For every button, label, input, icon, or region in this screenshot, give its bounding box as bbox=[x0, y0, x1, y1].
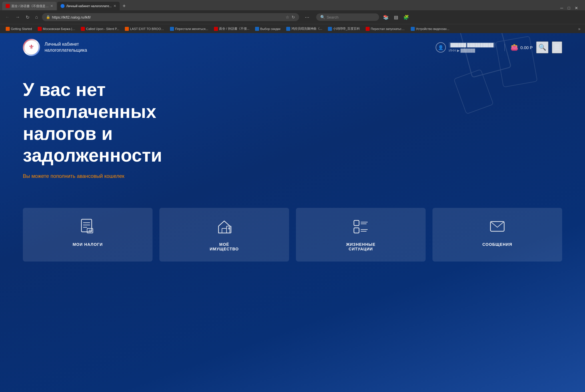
close-window-button[interactable]: ✕ bbox=[575, 6, 578, 10]
header-user-area: 👤 ██████ ██████████ ИНН ▶ ██████ 👛 0.00 … bbox=[436, 41, 562, 53]
maximize-button[interactable]: □ bbox=[568, 6, 570, 10]
search-input[interactable] bbox=[327, 15, 372, 19]
user-name: ██████ ██████████ bbox=[449, 42, 495, 48]
svg-text:⚜: ⚜ bbox=[29, 43, 34, 51]
browser-tabs: 面全 / 孙语書《不僅僅是… ✕ Личный кабинет налогопл… bbox=[0, 0, 585, 10]
tab-title-nalog: Личный кабинет налогоплате... bbox=[66, 4, 112, 8]
bookmark-favicon-7 bbox=[255, 27, 259, 31]
bookmark-label-1: Getting Started bbox=[11, 27, 32, 31]
website-content: ⚜ Личный кабинет налогоплательщика 👤 ███… bbox=[0, 33, 585, 392]
forward-button[interactable]: → bbox=[14, 13, 22, 21]
bookmark-label-8: 鸿控员唱洗脑神曲《... bbox=[291, 27, 322, 31]
card-messages[interactable]: СООБЩЕНИЯ bbox=[432, 208, 562, 262]
tab-favicon-nalog bbox=[61, 4, 65, 8]
bookmark-favicon-6 bbox=[214, 27, 218, 31]
sidebar-icon[interactable]: ▤ bbox=[393, 13, 399, 21]
bookmark-getting-started[interactable]: Getting Started bbox=[3, 26, 34, 31]
property-icon bbox=[216, 218, 233, 236]
user-name-block: ██████ ██████████ ИНН ▶ ██████ bbox=[449, 42, 495, 53]
tab-youtube[interactable]: 面全 / 孙语書《不僅僅是… ✕ bbox=[2, 2, 57, 10]
browser-toolbar-right: 🔍 📚 ▤ 🧩 bbox=[316, 13, 410, 21]
bookmark-label-3: Called Upon - Silent P... bbox=[86, 27, 119, 31]
taxes-icon bbox=[79, 218, 96, 236]
tab-favicon-youtube bbox=[6, 4, 10, 8]
header-wallet[interactable]: 👛 0.00 Р bbox=[504, 44, 533, 51]
bookmark-10[interactable]: Перестал запускаться... bbox=[363, 26, 407, 31]
bookmark-favicon-4 bbox=[125, 27, 129, 31]
svg-rect-15 bbox=[354, 220, 359, 226]
address-bar[interactable]: 🔒 https://lkfl2.nalog.ru/lkfl/ ☆ ↻ bbox=[42, 13, 299, 21]
card-property-label-line1: МОЁ bbox=[219, 242, 229, 247]
user-inn: ИНН ▶ ██████ bbox=[449, 49, 495, 53]
bookmark-favicon-11 bbox=[411, 27, 415, 31]
back-button[interactable]: ← bbox=[3, 13, 11, 21]
bookmark-star-icon[interactable]: ☆ bbox=[286, 15, 289, 19]
header-menu-button[interactable]: ☰ bbox=[552, 41, 562, 53]
bookmark-favicon-8 bbox=[286, 27, 290, 31]
browser-addressbar: ← → ↻ ⌂ 🔒 https://lkfl2.nalog.ru/lkfl/ ☆… bbox=[0, 10, 585, 24]
bookmarks-more-button[interactable]: » bbox=[577, 26, 582, 32]
extensions-icon[interactable]: ⋯ bbox=[304, 13, 310, 21]
header-search-button[interactable]: 🔍 bbox=[536, 41, 548, 53]
bookmark-5[interactable]: Перестали меняться... bbox=[168, 26, 211, 31]
bookmark-8[interactable]: 鸿控员唱洗脑神曲《... bbox=[284, 26, 324, 31]
card-property-label-line2: ИМУЩЕСТВО bbox=[210, 247, 239, 251]
user-info: 👤 ██████ ██████████ ИНН ▶ ██████ bbox=[436, 42, 495, 53]
bookmark-9[interactable]: 小鸡哔哔_百度百科 bbox=[326, 26, 362, 31]
wallet-amount: 0.00 Р bbox=[520, 45, 533, 50]
tab-nalog[interactable]: Личный кабинет налогоплате... ✕ bbox=[57, 2, 120, 10]
bookmark-label-9: 小鸡哔哔_百度百科 bbox=[333, 27, 360, 31]
bookmark-label-6: 面全 / 孙語書《不僅... bbox=[219, 27, 249, 31]
bookmark-favicon-1 bbox=[6, 27, 10, 31]
bookmarks-bar: Getting Started Московская Биржа |… Call… bbox=[0, 24, 585, 33]
bookmark-6[interactable]: 面全 / 孙語書《不僅... bbox=[212, 26, 252, 31]
logo-line2: налогоплательщика bbox=[45, 47, 87, 53]
reload-icon[interactable]: ↻ bbox=[292, 15, 295, 19]
hero-section: У вас нет неоплаченных налогов и задолже… bbox=[0, 62, 585, 191]
browser-chrome: 面全 / 孙语書《不僅僅是… ✕ Личный кабинет налогопл… bbox=[0, 0, 585, 33]
bookmark-favicon-3 bbox=[81, 27, 85, 31]
svg-rect-16 bbox=[354, 228, 359, 233]
card-my-taxes[interactable]: МОИ НАЛОГИ bbox=[23, 208, 153, 262]
svg-rect-13 bbox=[227, 226, 231, 233]
bookmark-moex[interactable]: Московская Биржа |… bbox=[35, 26, 77, 31]
bookmark-favicon-9 bbox=[328, 27, 332, 31]
card-taxes-label: МОИ НАЛОГИ bbox=[73, 242, 103, 247]
bookmark-label-5: Перестали меняться... bbox=[175, 27, 208, 31]
svg-rect-12 bbox=[222, 228, 227, 233]
bookmark-called-upon[interactable]: Called Upon - Silent P... bbox=[79, 26, 121, 31]
site-header: ⚜ Личный кабинет налогоплательщика 👤 ███… bbox=[0, 33, 585, 62]
address-icons: ☆ ↻ bbox=[286, 15, 295, 19]
search-icon: 🔍 bbox=[320, 15, 325, 19]
advance-wallet-link[interactable]: Вы можете пополнить авансовый кошелек bbox=[23, 173, 124, 179]
logo-emblem: ⚜ bbox=[23, 39, 40, 56]
address-url-text: https://lkfl2.nalog.ru/lkfl/ bbox=[52, 15, 284, 19]
svg-rect-14 bbox=[228, 228, 229, 229]
card-life-label-line1: ЖИЗНЕННЫЕ bbox=[346, 242, 375, 247]
tab-close-youtube[interactable]: ✕ bbox=[50, 4, 53, 8]
home-button[interactable]: ⌂ bbox=[33, 13, 40, 21]
logo-text: Личный кабинет налогоплательщика bbox=[45, 41, 87, 53]
library-icon[interactable]: 📚 bbox=[382, 13, 390, 21]
card-property-label: МОЁ ИМУЩЕСТВО bbox=[210, 242, 239, 251]
reload-button[interactable]: ↻ bbox=[24, 13, 31, 21]
browser-search-box[interactable]: 🔍 bbox=[316, 13, 379, 21]
bookmark-label-2: Московская Биржа |… bbox=[43, 27, 75, 31]
new-tab-button[interactable]: + bbox=[120, 2, 128, 10]
bookmark-label-11: Устройство видеозах... bbox=[416, 27, 449, 31]
security-lock-icon: 🔒 bbox=[46, 15, 50, 19]
card-my-property[interactable]: МОЁ ИМУЩЕСТВО bbox=[159, 208, 289, 262]
card-life-situations[interactable]: ЖИЗНЕННЫЕ СИТУАЦИИ bbox=[296, 208, 426, 262]
tab-close-nalog[interactable]: ✕ bbox=[113, 4, 116, 8]
tab-title-youtube: 面全 / 孙语書《不僅僅是… bbox=[11, 4, 49, 8]
bookmark-label-10: Перестал запускаться... bbox=[371, 27, 405, 31]
bookmark-last-exit[interactable]: LAST EXIT TO BROOKL... bbox=[123, 26, 167, 31]
minimize-button[interactable]: ─ bbox=[560, 6, 563, 10]
hero-title: У вас нет неоплаченных налогов и задолже… bbox=[23, 79, 223, 166]
bookmark-7[interactable]: Выбор скидки bbox=[253, 26, 283, 31]
life-situations-icon bbox=[352, 218, 369, 236]
bookmark-favicon-2 bbox=[38, 27, 42, 31]
wallet-icon: 👛 bbox=[510, 44, 518, 51]
bookmark-11[interactable]: Устройство видеозах... bbox=[408, 26, 452, 31]
extension-puzzle-icon[interactable]: 🧩 bbox=[402, 13, 410, 21]
